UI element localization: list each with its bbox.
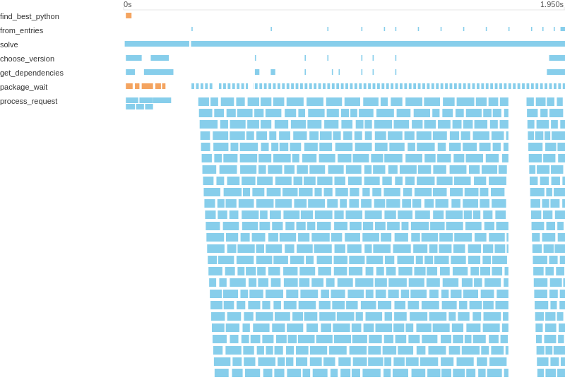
label-get-dependencies: get_dependencies	[0, 69, 64, 77]
label-package-wait: package_wait	[0, 83, 47, 91]
label-find-best-python: find_best_python	[0, 12, 59, 20]
label-process-request: process_request	[0, 97, 57, 105]
time-start-label: 0s	[124, 0, 132, 8]
label-choose-version: choose_version	[0, 54, 54, 63]
label-from-entries: from_entries	[0, 26, 43, 35]
chart-container: find_best_python from_entries solve choo…	[0, 0, 565, 392]
time-end-label: 1.950s	[540, 0, 564, 8]
label-solve: solve	[0, 40, 18, 49]
